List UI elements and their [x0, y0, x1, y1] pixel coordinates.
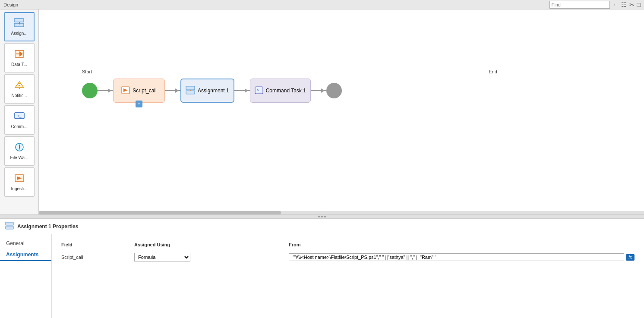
toolbar-file-wa[interactable]: File Wa... [4, 136, 35, 166]
script-add-button[interactable]: + [136, 101, 142, 107]
panel-content: General Assignments Field Assigned Using… [0, 234, 644, 318]
assignments-table: Field Assigned Using From Script_call Fo… [57, 239, 639, 264]
command1-icon: >_ [255, 86, 263, 95]
end-node [326, 83, 342, 98]
assignment1-icon [186, 86, 195, 96]
fx-button[interactable]: fx [626, 254, 635, 261]
svg-rect-20 [186, 86, 195, 90]
toolbar-assign[interactable]: Assign... [4, 12, 35, 41]
svg-text:>_: >_ [257, 88, 262, 92]
panel-table-area: Field Assigned Using From Script_call Fo… [52, 234, 644, 318]
command1-label: Command Task 1 [266, 88, 306, 94]
script-call-node[interactable]: Script_call + [113, 79, 165, 103]
formula-select[interactable]: Formula Direct Expression [134, 253, 190, 261]
design-label: Design [3, 2, 18, 7]
top-bar: Design ← ☷ ✂ □ [0, 0, 644, 9]
toolbar-data-t-label: Data T... [11, 62, 27, 67]
col-field: Field [57, 239, 130, 250]
panel-title: Assignment 1 Properties [17, 224, 78, 230]
workflow-container: Start End Script_call + [82, 79, 342, 103]
grid-icon[interactable]: ☷ [621, 1, 627, 8]
panel-header: Assignment 1 Properties [0, 219, 644, 234]
notific-icon [13, 80, 25, 92]
col-from: From [284, 239, 639, 250]
svg-point-15 [19, 148, 20, 150]
splitter-dot-3 [324, 216, 326, 217]
arrow-script-assign [165, 90, 180, 91]
top-bar-right: ← ☷ ✂ □ [549, 1, 641, 9]
bottom-panel: Assignment 1 Properties General Assignme… [0, 219, 644, 318]
script-call-icon [121, 86, 130, 95]
svg-rect-21 [186, 91, 195, 94]
toolbar-file-wa-label: File Wa... [10, 155, 28, 160]
assignment1-label: Assignment 1 [198, 88, 229, 94]
svg-rect-0 [14, 19, 24, 22]
left-toolbar: Assign... Data T... Notif [0, 9, 39, 214]
toolbar-notific[interactable]: Notific... [4, 74, 35, 104]
nav-assignments[interactable]: Assignments [0, 249, 51, 261]
data-t-icon [13, 49, 25, 61]
col-assigned-using: Assigned Using [130, 239, 284, 250]
svg-rect-9 [18, 83, 21, 84]
script-call-label: Script_call [133, 88, 156, 94]
arrow-left-icon[interactable]: ← [612, 1, 619, 8]
assign-icon [13, 18, 25, 30]
from-field-container: fx [289, 253, 635, 261]
canvas-scrollbar[interactable] [39, 211, 644, 214]
nav-general[interactable]: General [0, 238, 51, 249]
toolbar-notific-label: Notific... [11, 93, 27, 98]
toolbar-data-t[interactable]: Data T... [4, 43, 35, 72]
arrow-start-script [98, 90, 113, 91]
comm-icon: >_ [13, 111, 25, 123]
command1-node[interactable]: >_ Command Task 1 [250, 79, 311, 103]
start-node [82, 83, 98, 98]
field-cell: Script_call [57, 250, 130, 264]
toolbar-comm[interactable]: >_ Comm... [4, 105, 35, 135]
splitter[interactable] [0, 214, 644, 219]
cut-icon[interactable]: ✂ [629, 1, 635, 8]
panel-header-icon [5, 222, 14, 231]
toolbar-ingesti[interactable]: Ingesti... [4, 167, 35, 197]
toolbar-assign-label: Assign... [11, 31, 27, 36]
main-area: Assign... Data T... Notif [0, 9, 644, 214]
file-wa-icon [13, 142, 25, 154]
panel-left-nav: General Assignments [0, 234, 52, 318]
toolbar-ingesti-label: Ingesti... [11, 186, 28, 191]
canvas-area: Start End Script_call + [39, 9, 644, 214]
from-input[interactable] [289, 253, 624, 261]
assigned-using-cell: Formula Direct Expression [130, 250, 284, 264]
toolbar-comm-label: Comm... [11, 124, 28, 129]
svg-marker-7 [15, 82, 24, 88]
table-row: Script_call Formula Direct Expression [57, 250, 639, 264]
svg-text:>_: >_ [17, 114, 22, 118]
arrow-assign-command [234, 90, 250, 91]
end-label: End [489, 69, 497, 74]
start-label: Start [82, 69, 92, 74]
splitter-dot-2 [321, 216, 323, 217]
assignment1-node[interactable]: Assignment 1 [180, 79, 234, 103]
svg-rect-26 [6, 226, 13, 229]
from-cell: fx [284, 250, 639, 264]
maximize-icon[interactable]: □ [637, 1, 641, 8]
ingesti-icon [13, 173, 25, 186]
arrow-command-end [311, 90, 326, 91]
svg-rect-10 [19, 85, 20, 86]
svg-rect-25 [6, 222, 13, 225]
splitter-dot-1 [318, 216, 320, 217]
find-input[interactable] [549, 1, 610, 9]
